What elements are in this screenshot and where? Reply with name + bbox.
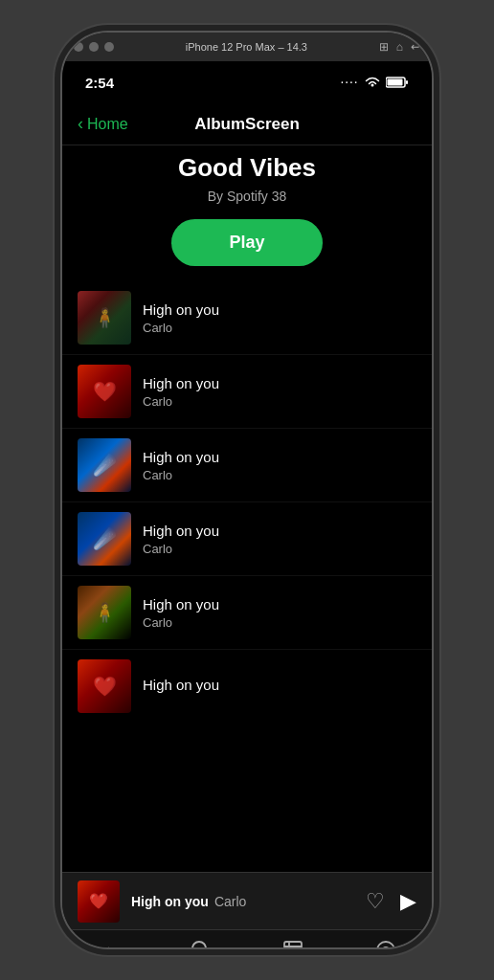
track-item[interactable]: ☄️ High on you Carlo [62, 429, 432, 502]
track-info: High on you Carlo [143, 375, 416, 409]
nav-item-premium[interactable]: Premium [340, 940, 433, 949]
premium-nav-icon [375, 940, 396, 949]
album-title: Good Vibes [78, 153, 416, 183]
mini-controls: ♡ ▶ [366, 889, 416, 914]
title-bar: iPhone 12 Pro Max – 14.3 ⊞ ⌂ ↩ [62, 33, 432, 61]
track-artist: Carlo [143, 394, 416, 409]
nav-item-library[interactable]: Your Library [247, 940, 340, 949]
track-item[interactable]: ❤️ High on you Carlo [62, 355, 432, 429]
track-thumbnail: 🧍 [78, 586, 131, 639]
art-comet-icon: ☄️ [78, 438, 131, 492]
search-nav-icon [191, 940, 212, 949]
art-figure-icon: 🧍 [78, 291, 131, 345]
track-thumbnail: ☄️ [78, 512, 131, 566]
track-artist: Carlo [143, 542, 416, 556]
heart-button[interactable]: ♡ [366, 889, 385, 914]
svg-rect-1 [388, 78, 403, 85]
track-thumbnail: 🧍 [78, 291, 131, 345]
screen-title: AlbumScreen [194, 115, 300, 134]
home-icon: ⌂ [396, 40, 403, 54]
status-icons: ···· [341, 75, 409, 91]
track-info: High on you [143, 677, 416, 696]
track-artist: Carlo [143, 321, 416, 335]
track-title: High on you [143, 596, 416, 612]
track-info: High on you Carlo [143, 449, 416, 482]
album-meta: By Spotify 38 [78, 189, 416, 204]
back-button[interactable]: ‹ Home [78, 114, 128, 134]
track-artist: Carlo [143, 468, 416, 482]
album-track-count: 38 [272, 189, 287, 204]
track-thumbnail: ❤️ [78, 659, 131, 713]
track-artist: Carlo [143, 615, 416, 630]
track-title: High on you [143, 375, 416, 391]
status-bar: 2:54 ···· [62, 61, 432, 103]
mini-track-artist: Carlo [214, 894, 246, 909]
track-info: High on you Carlo [143, 596, 416, 630]
track-thumbnail: ☄️ [78, 438, 131, 492]
chevron-left-icon: ‹ [78, 114, 83, 134]
mini-player[interactable]: ❤️ High on you Carlo ♡ ▶ [62, 872, 432, 929]
svg-point-9 [382, 947, 390, 949]
title-bar-icons: ⊞ ⌂ ↩ [379, 40, 420, 54]
track-list: 🧍 High on you Carlo ❤️ High on you Carlo [62, 281, 432, 723]
grid-icon: ⊞ [379, 40, 389, 54]
svg-point-3 [192, 942, 206, 949]
window-controls[interactable] [74, 42, 114, 52]
main-content: Good Vibes By Spotify 38 Play 🧍 High on … [62, 145, 432, 872]
mini-track-title: High on you [131, 894, 209, 909]
nav-item-search[interactable]: Search [155, 940, 248, 949]
track-item[interactable]: 🧍 High on you Carlo [62, 576, 432, 650]
track-title: High on you [143, 449, 416, 465]
track-item[interactable]: 🧍 High on you Carlo [62, 281, 432, 355]
svg-point-8 [377, 942, 394, 949]
art-figure2-icon: 🧍 [78, 586, 131, 639]
track-thumbnail: ❤️ [78, 365, 131, 418]
track-item-partial[interactable]: ❤️ High on you [62, 650, 432, 723]
play-button[interactable]: Play [171, 219, 322, 266]
track-title: High on you [143, 523, 416, 539]
close-dot[interactable] [74, 42, 83, 52]
window-title: iPhone 12 Pro Max – 14.3 [186, 41, 307, 53]
svg-rect-2 [406, 80, 408, 84]
signal-dots-icon: ···· [341, 78, 359, 88]
art-heart2-icon: ❤️ [78, 659, 131, 713]
album-header: Good Vibes By Spotify 38 Play [62, 145, 432, 281]
track-item[interactable]: ☄️ High on you Carlo [62, 502, 432, 576]
svg-rect-5 [284, 942, 302, 949]
time: 2:54 [85, 75, 114, 91]
art-heart-icon: ❤️ [78, 365, 131, 418]
mini-play-button[interactable]: ▶ [400, 889, 416, 914]
phone-frame: iPhone 12 Pro Max – 14.3 ⊞ ⌂ ↩ 2:54 ···· [60, 31, 434, 949]
nav-bar: ‹ Home AlbumScreen [62, 103, 432, 145]
minimize-dot[interactable] [89, 42, 99, 52]
art-comet2-icon: ☄️ [78, 512, 131, 566]
home-nav-icon: ⌂ [102, 940, 115, 949]
album-by-label: By Spotify [208, 189, 272, 204]
library-nav-icon [282, 940, 303, 949]
back-icon: ↩ [411, 40, 420, 54]
track-info: High on you Carlo [143, 301, 416, 335]
track-title: High on you [143, 677, 416, 693]
track-info: High on you Carlo [143, 523, 416, 556]
mini-player-info: High on you Carlo [131, 894, 354, 909]
nav-item-home[interactable]: ⌂ Home [62, 940, 155, 949]
wifi-icon [365, 75, 380, 91]
back-label[interactable]: Home [87, 116, 128, 133]
mini-player-thumbnail: ❤️ [78, 880, 120, 923]
bottom-nav: ⌂ Home Search Your Library [62, 929, 432, 949]
battery-icon [386, 75, 409, 91]
maximize-dot[interactable] [104, 42, 114, 52]
mini-art-icon: ❤️ [78, 880, 120, 923]
track-title: High on you [143, 301, 416, 318]
